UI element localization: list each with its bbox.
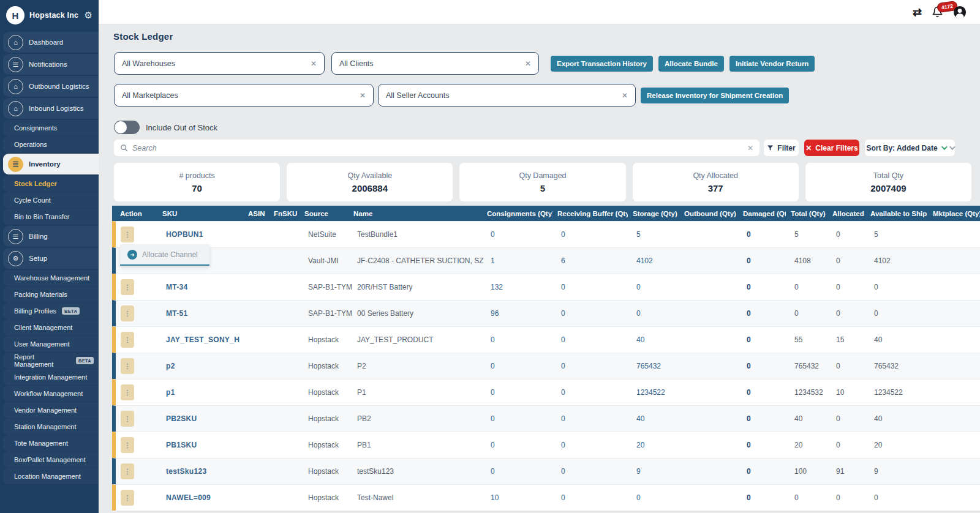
sidebar-item-billing-profiles[interactable]: Billing ProfilesBETA (3, 303, 99, 319)
sidebar-item-location-management[interactable]: Location Management (3, 468, 99, 484)
column-header-consignments-qty-[interactable]: Consignments (Qty) (482, 206, 552, 221)
sidebar-item-box-pallet-management[interactable]: Box/Pallet Management (3, 452, 99, 468)
cell-asin (247, 274, 273, 300)
cell-receiving_buffer: 0 (556, 301, 631, 326)
cell-outbound (683, 485, 742, 511)
sidebar-item-operations[interactable]: Operations (3, 137, 99, 152)
cell-sku[interactable]: MT-51 (161, 301, 247, 326)
column-header-total-qty-[interactable]: Total (Qty) (786, 206, 827, 221)
sidebar-item-inventory[interactable]: ☰Inventory (3, 154, 99, 174)
sidebar-item-tote-management[interactable]: Tote Management (3, 435, 99, 451)
column-header-damaged-qty-[interactable]: Damaged (Qty) (738, 206, 786, 221)
column-header-sku[interactable]: SKU (157, 206, 243, 221)
sidebar-item-workflow-management[interactable]: Workflow Management (3, 386, 99, 402)
row-actions-menu-button[interactable]: ⋮ (121, 227, 134, 242)
cell-total: 40 (790, 406, 831, 432)
search-input[interactable] (132, 144, 743, 152)
initiate-vendor-return-button[interactable]: Initiate Vendor Return (729, 56, 815, 72)
filter-button[interactable]: Filter (764, 140, 799, 156)
allocate-bundle-button[interactable]: Allocate Bundle (658, 56, 724, 72)
cell-consignments: 0 (486, 327, 556, 353)
sidebar-item-consignments[interactable]: Consignments (3, 120, 99, 136)
sidebar-item-client-management[interactable]: Client Management (3, 320, 99, 335)
row-actions-menu-button[interactable]: ⋮ (121, 490, 134, 506)
include-out-of-stock-toggle[interactable] (114, 121, 140, 134)
seller-account-select-value: All Seller Accounts (386, 91, 450, 100)
row-actions-menu-button[interactable]: ⋮ (121, 305, 134, 321)
seller-account-select[interactable]: All Seller Accounts ✕ (378, 84, 636, 107)
cell-sku[interactable]: testSku123 (161, 459, 247, 484)
search-clear-icon[interactable]: ✕ (747, 144, 753, 152)
sidebar-item-report-management[interactable]: Report ManagementBETA (3, 353, 99, 369)
chevron-down-icon (949, 144, 956, 150)
sidebar-item-integration-management[interactable]: Integration Management (3, 369, 99, 385)
gear-icon[interactable]: ⚙ (85, 10, 92, 21)
sidebar-item-warehouse-management[interactable]: Warehouse Management (3, 270, 99, 286)
client-select[interactable]: All Clients ✕ (331, 52, 539, 75)
sidebar-item-outbound-logistics[interactable]: ⌂Outbound Logistics (3, 76, 99, 97)
switch-warehouse-icon[interactable]: ⇄ (913, 6, 922, 19)
allocate-channel-menu[interactable]: ➜ Allocate Channel (120, 244, 209, 266)
marketplace-select-value: All Marketplaces (122, 91, 178, 100)
sidebar-item-stock-ledger[interactable]: Stock Ledger (3, 176, 99, 192)
sidebar-item-billing[interactable]: ☰Billing (3, 226, 99, 247)
sidebar-item-cycle-count[interactable]: Cycle Count (3, 192, 99, 208)
seller-account-clear-icon[interactable]: ✕ (622, 91, 628, 100)
stat-value: 377 (708, 183, 723, 193)
arrow-circle-icon: ➜ (127, 250, 137, 260)
column-header-receiving-buffer-qty-[interactable]: Receiving Buffer (Qty) (552, 206, 628, 221)
row-actions-menu-button[interactable]: ⋮ (121, 384, 134, 400)
column-header-available-to-ship[interactable]: Available to Ship (865, 206, 928, 221)
row-actions-menu-button[interactable]: ⋮ (121, 463, 134, 479)
sidebar-item-dashboard[interactable]: ⌂Dashboard (3, 32, 99, 53)
row-actions-menu-button[interactable]: ⋮ (121, 279, 134, 295)
row-actions-menu-button[interactable]: ⋮ (121, 411, 134, 427)
cell-sku[interactable]: HOPBUN1 (161, 222, 247, 247)
export-transaction-history-button[interactable]: Export Transaction History (551, 56, 653, 72)
sidebar-item-notifications[interactable]: ☰Notifications (3, 54, 99, 75)
clear-filters-button[interactable]: ✕ Clear Filters (804, 140, 859, 156)
marketplace-select[interactable]: All Marketplaces ✕ (114, 84, 374, 107)
hopstack-logo-icon: H (6, 6, 24, 24)
warehouse-select[interactable]: All Warehouses ✕ (114, 52, 325, 75)
cell-sku[interactable]: NAWEL=009 (161, 485, 247, 511)
cell-outbound (683, 274, 742, 300)
client-clear-icon[interactable]: ✕ (525, 59, 531, 68)
sidebar-item-packing-materials[interactable]: Packing Materials (3, 286, 99, 302)
sidebar-item-inbound-logistics[interactable]: ⌂Inbound Logistics (3, 98, 99, 119)
cell-sku[interactable]: JAY_TEST_SONY_H (161, 327, 247, 353)
notifications-bell-icon[interactable]: 4172 (932, 6, 943, 18)
sidebar-item-bin-to-bin-transfer[interactable]: Bin to Bin Transfer (3, 209, 99, 225)
topbar: ⇄ 4172 (99, 0, 980, 24)
column-header-mktplace-qty-[interactable]: Mktplace (Qty) (928, 206, 980, 221)
release-inventory-for-shipment-creation-button[interactable]: Release Inventory for Shipment Creation (641, 88, 789, 103)
column-header-allocated[interactable]: Allocated (827, 206, 865, 221)
sidebar-item-setup[interactable]: ⚙Setup (3, 248, 99, 269)
cell-sku[interactable]: MT-34 (161, 274, 247, 300)
warehouse-clear-icon[interactable]: ✕ (311, 59, 317, 68)
row-actions-menu-button[interactable]: ⋮ (121, 437, 134, 453)
column-header-name[interactable]: Name (349, 206, 482, 221)
sort-by-dropdown[interactable]: Sort By: Added Date (865, 140, 955, 156)
column-header-action[interactable]: Action (112, 206, 157, 221)
row-actions-menu-button[interactable]: ⋮ (121, 358, 134, 374)
row-actions-menu-button[interactable]: ⋮ (121, 332, 134, 348)
cell-sku[interactable]: p1 (161, 380, 247, 405)
stat-label: Qty Allocated (693, 171, 738, 180)
sidebar-item-station-management[interactable]: Station Management (3, 419, 99, 435)
cell-allocated: 0 (831, 353, 869, 379)
cell-sku[interactable]: p2 (161, 353, 247, 379)
cell-mktplace (932, 274, 980, 300)
column-header-source[interactable]: Source (300, 206, 349, 221)
user-avatar[interactable] (953, 6, 967, 19)
column-header-fnsku[interactable]: FnSKU (269, 206, 300, 221)
cell-sku[interactable]: PB2SKU (161, 406, 247, 432)
cell-available_to_ship: 5 (869, 222, 932, 247)
column-header-outbound-qty-[interactable]: Outbound (Qty) (679, 206, 738, 221)
sidebar-item-vendor-management[interactable]: Vendor Management (3, 402, 99, 418)
marketplace-clear-icon[interactable]: ✕ (360, 91, 366, 100)
column-header-asin[interactable]: ASIN (243, 206, 269, 221)
cell-sku[interactable]: PB1SKU (161, 432, 247, 458)
column-header-storage-qty-[interactable]: Storage (Qty) (628, 206, 679, 221)
sidebar-item-user-management[interactable]: User Management (3, 336, 99, 352)
